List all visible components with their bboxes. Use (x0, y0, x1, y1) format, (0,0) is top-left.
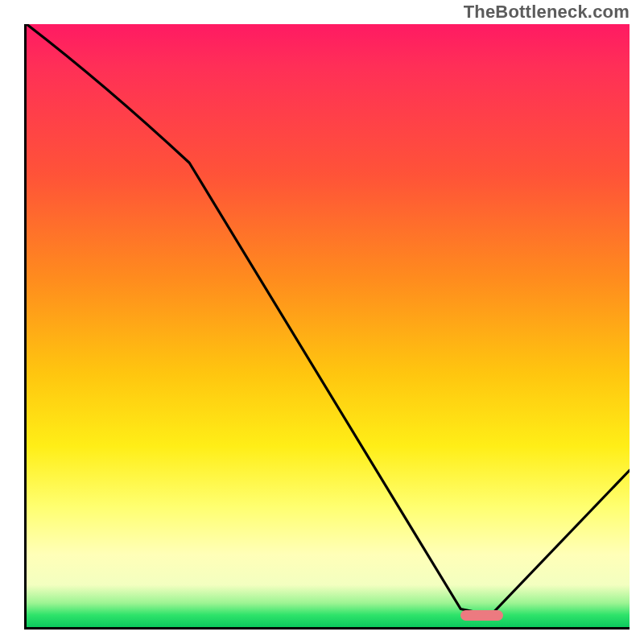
min-marker (460, 610, 502, 621)
plot-area (24, 24, 630, 630)
curve-svg (27, 24, 630, 627)
chart-container: TheBottleneck.com (0, 0, 644, 644)
bottleneck-curve-path (27, 24, 630, 615)
watermark-text: TheBottleneck.com (464, 2, 630, 23)
